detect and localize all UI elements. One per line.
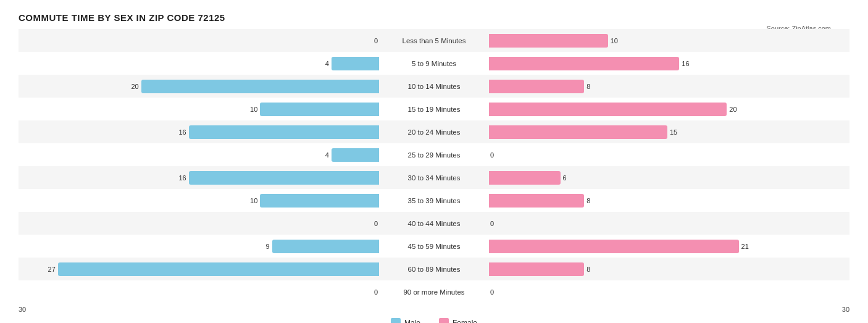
female-value: 10 [611,37,618,44]
right-section: 8 [485,189,849,212]
right-section: 8 [485,75,849,98]
female-value-zero: 0 [490,151,494,159]
right-section: 6 [485,166,849,189]
female-value: 8 [586,266,590,273]
row-label: 20 to 24 Minutes [383,128,485,136]
female-value-zero: 0 [490,220,494,227]
left-section: 10 [19,98,383,120]
chart-row: 0 Less than 5 Minutes 10 [19,29,849,52]
axis-right-label: 30 [842,306,849,313]
right-section: 15 [485,120,849,143]
male-value: 20 [131,83,138,90]
row-label: 10 to 14 Minutes [383,83,485,90]
chart-row: 27 60 to 89 Minutes 8 [19,258,849,280]
left-section: 10 [19,189,383,212]
bar-female [489,34,608,48]
chart-row: 4 5 to 9 Minutes 16 [19,52,849,75]
chart-row: 16 30 to 34 Minutes 6 [19,166,849,189]
left-section: 9 [19,235,383,258]
male-value-zero: 0 [374,37,378,44]
chart-row: 9 45 to 59 Minutes 21 [19,235,849,258]
chart-row: 10 35 to 39 Minutes 8 [19,189,849,212]
legend: Male Female [19,318,849,323]
left-section: 4 [19,52,383,75]
row-label: 25 to 29 Minutes [383,151,485,159]
axis-left-label: 30 [19,306,26,313]
female-value: 20 [729,106,737,113]
chart-row: 0 90 or more Minutes 0 [19,280,849,303]
left-section: 0 [19,212,383,235]
chart-row: 16 20 to 24 Minutes 15 [19,120,849,143]
male-value: 27 [48,266,56,273]
female-value: 15 [670,128,677,136]
left-section: 27 [19,258,383,280]
male-value: 4 [325,151,329,159]
bar-female [489,194,584,208]
chart-row: 10 15 to 19 Minutes 20 [19,98,849,120]
bar-female [489,171,561,185]
row-label: 90 or more Minutes [383,288,485,296]
legend-female: Female [439,318,477,323]
bar-male [189,171,379,185]
chart-row: 20 10 to 14 Minutes 8 [19,75,849,98]
left-section: 0 [19,280,383,303]
chart-area: 0 Less than 5 Minutes 10 4 [19,29,849,323]
female-value-zero: 0 [490,288,494,296]
male-value-zero: 0 [374,288,378,296]
left-section: 4 [19,143,383,166]
right-section: 0 [485,280,849,303]
bar-male [260,194,379,208]
female-value: 8 [586,197,590,204]
bar-female [489,103,727,116]
bar-male [189,125,379,139]
male-value: 10 [250,106,257,113]
bar-male [332,57,379,70]
row-label: 30 to 34 Minutes [383,174,485,182]
bar-male [272,240,379,253]
right-section: 0 [485,143,849,166]
row-label: 40 to 44 Minutes [383,220,485,227]
bar-female [489,240,739,253]
left-section: 16 [19,166,383,189]
chart-row: 4 25 to 29 Minutes 0 [19,143,849,166]
male-value: 4 [325,60,329,67]
chart-title: COMMUTE TIME BY SEX IN ZIP CODE 72125 [19,12,849,23]
right-section: 10 [485,29,849,52]
chart-row: 0 40 to 44 Minutes 0 [19,212,849,235]
row-label: Less than 5 Minutes [383,37,485,44]
right-section: 21 [485,235,849,258]
bar-male [260,103,379,116]
female-value: 8 [586,83,590,90]
female-value: 21 [741,243,749,250]
right-section: 8 [485,258,849,280]
left-section: 0 [19,29,383,52]
row-label: 60 to 89 Minutes [383,266,485,273]
row-label: 45 to 59 Minutes [383,243,485,250]
male-value: 9 [265,243,269,250]
legend-female-label: Female [453,319,477,323]
right-section: 20 [485,98,849,120]
right-section: 16 [485,52,849,75]
legend-female-box [439,318,449,323]
male-value: 16 [178,128,186,136]
bar-male [58,262,379,276]
male-value: 10 [250,197,257,204]
bar-female [489,57,679,70]
legend-male-box [391,318,401,323]
legend-male-label: Male [404,319,420,323]
left-section: 16 [19,120,383,143]
row-label: 5 to 9 Minutes [383,60,485,67]
female-value: 6 [563,174,567,182]
bar-male [141,80,379,93]
bar-female [489,125,667,139]
male-value: 16 [178,174,186,182]
row-label: 15 to 19 Minutes [383,106,485,113]
bar-male [332,148,379,162]
male-value-zero: 0 [374,220,378,227]
bar-female [489,262,584,276]
legend-male: Male [391,318,420,323]
axis-labels: 30 30 [19,306,849,313]
right-section: 0 [485,212,849,235]
row-label: 35 to 39 Minutes [383,197,485,204]
female-value: 16 [682,60,689,67]
